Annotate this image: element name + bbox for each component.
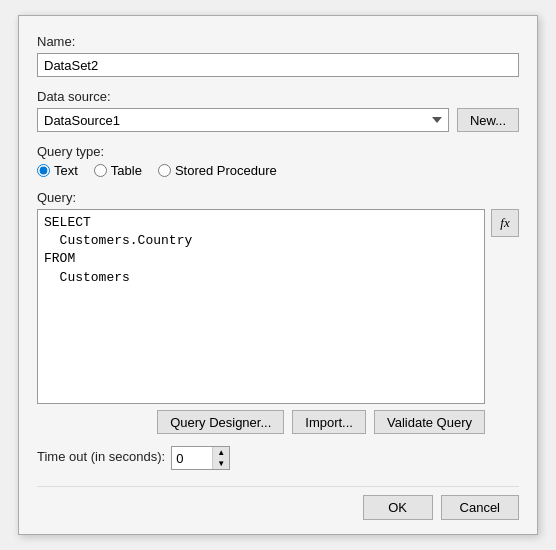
datasource-row: DataSource1 New...: [37, 108, 519, 132]
timeout-input-wrap: ▲ ▼: [171, 446, 230, 470]
datasource-group: Data source: DataSource1 New...: [37, 89, 519, 132]
radio-table-label: Table: [111, 163, 142, 178]
timeout-input[interactable]: [172, 449, 212, 468]
cancel-button[interactable]: Cancel: [441, 495, 519, 520]
new-button[interactable]: New...: [457, 108, 519, 132]
datasource-label: Data source:: [37, 89, 519, 104]
radio-table[interactable]: Table: [94, 163, 142, 178]
timeout-label: Time out (in seconds):: [37, 449, 165, 464]
query-row: SELECT Customers.Country FROM Customers …: [37, 209, 519, 404]
import-button[interactable]: Import...: [292, 410, 366, 434]
datasource-select[interactable]: DataSource1: [37, 108, 449, 132]
radio-stored[interactable]: Stored Procedure: [158, 163, 277, 178]
radio-table-input[interactable]: [94, 164, 107, 177]
query-buttons-row: Query Designer... Import... Validate Que…: [37, 410, 485, 434]
dialog-footer: OK Cancel: [37, 486, 519, 520]
spin-up-button[interactable]: ▲: [213, 447, 229, 458]
query-group: Query: SELECT Customers.Country FROM Cus…: [37, 190, 519, 434]
query-label: Query:: [37, 190, 519, 205]
validate-button[interactable]: Validate Query: [374, 410, 485, 434]
query-type-group: Query type: Text Table Stored Procedure: [37, 144, 519, 178]
timeout-row: Time out (in seconds): ▲ ▼: [37, 446, 519, 470]
radio-text-input[interactable]: [37, 164, 50, 177]
query-type-row: Text Table Stored Procedure: [37, 163, 519, 178]
name-input[interactable]: [37, 53, 519, 77]
radio-text[interactable]: Text: [37, 163, 78, 178]
timeout-spinner: ▲ ▼: [212, 447, 229, 469]
radio-stored-input[interactable]: [158, 164, 171, 177]
radio-stored-label: Stored Procedure: [175, 163, 277, 178]
query-textarea[interactable]: SELECT Customers.Country FROM Customers: [37, 209, 485, 404]
query-designer-button[interactable]: Query Designer...: [157, 410, 284, 434]
name-group: Name:: [37, 34, 519, 77]
spin-down-button[interactable]: ▼: [213, 458, 229, 469]
query-type-label: Query type:: [37, 144, 519, 159]
dataset-dialog: Name: Data source: DataSource1 New... Qu…: [18, 15, 538, 535]
ok-button[interactable]: OK: [363, 495, 433, 520]
fx-button[interactable]: fx: [491, 209, 519, 237]
radio-text-label: Text: [54, 163, 78, 178]
name-label: Name:: [37, 34, 519, 49]
